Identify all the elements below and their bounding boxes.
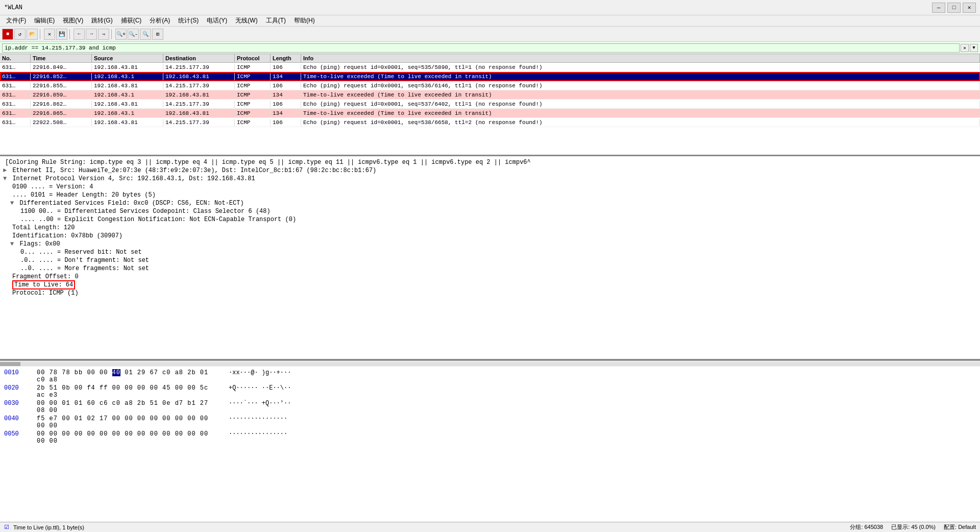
stop-button[interactable]: ■: [2, 29, 13, 40]
cell-src: 192.168.43.1: [92, 73, 163, 80]
detail-line[interactable]: ▼ Internet Protocol Version 4, Src: 192.…: [2, 175, 978, 183]
detail-line[interactable]: 0... .... = Reserved bit: Not set: [2, 248, 978, 256]
maximize-button[interactable]: □: [947, 3, 961, 13]
sep1: [40, 29, 42, 39]
cell-src: 192.168.43.81: [92, 64, 163, 71]
hex-ascii: ················: [229, 415, 976, 429]
detail-line[interactable]: .0.. .... = Don't fragment: Not set: [2, 256, 978, 264]
detail-text: Ethernet II, Src: HuaweiTe_2e:07:3e (48:…: [12, 167, 376, 174]
menu-analyze[interactable]: 分析(A): [145, 15, 174, 26]
detail-line[interactable]: Time to Live: 64: [2, 281, 978, 289]
packet-row[interactable]: 631… 22916.852… 192.168.43.1 192.168.43.…: [0, 72, 980, 81]
detail-line[interactable]: ▼ Differentiated Services Field: 0xc0 (D…: [2, 199, 978, 207]
menu-phone[interactable]: 电话(Y): [203, 15, 231, 26]
cell-time: 22916.862…: [31, 101, 92, 108]
menu-tools[interactable]: 工具(T): [262, 15, 290, 26]
detail-text: .... 0101 = Header Length: 20 bytes (5): [12, 191, 156, 199]
detail-text: .0.. .... = Don't fragment: Not set: [20, 257, 149, 264]
fwd-button[interactable]: →: [86, 29, 97, 40]
cell-no: 631…: [0, 82, 31, 89]
detail-hscroll[interactable]: [0, 360, 980, 367]
packet-detail: [Coloring Rule String: icmp.type eq 3 ||…: [0, 156, 980, 360]
detail-line[interactable]: Protocol: ICMP (1): [2, 289, 978, 297]
cell-len: 134: [271, 91, 301, 99]
back-button[interactable]: ←: [74, 29, 85, 40]
cell-info: Echo (ping) request id=0x0001, seq=535/5…: [301, 64, 980, 71]
hex-rows-container: 0010 00 78 78 bb 00 00 40 01 29 67 c0 a8…: [2, 369, 978, 445]
title-text: *WLAN: [4, 4, 22, 11]
save-button[interactable]: 💾: [56, 29, 67, 40]
zoom-out-button[interactable]: 🔍-: [128, 29, 139, 40]
menu-edit[interactable]: 编辑(E): [30, 15, 59, 26]
menu-capture[interactable]: 捕获(C): [117, 15, 146, 26]
cell-time: 22916.855…: [31, 82, 92, 89]
detail-line[interactable]: ..0. .... = More fragments: Not set: [2, 264, 978, 273]
restart-button[interactable]: ↺: [14, 29, 26, 40]
cell-info: Echo (ping) request id=0x0001, seq=537/6…: [301, 101, 980, 108]
packet-row[interactable]: 631… 22916.859… 192.168.43.1 192.168.43.…: [0, 90, 980, 100]
hex-row: 0030 00 00 01 01 60 c6 c0 a8 2b 51 0e d7…: [2, 399, 978, 415]
col-header-time: Time: [31, 54, 92, 62]
close-file-button[interactable]: ✕: [44, 29, 55, 40]
packet-row[interactable]: 631… 22922.508… 192.168.43.81 14.215.177…: [0, 118, 980, 127]
hex-ascii: ····`··· +Q···'··: [229, 400, 976, 414]
packet-rows-container: 631… 22916.849… 192.168.43.81 14.215.177…: [0, 63, 980, 127]
minimize-button[interactable]: —: [932, 3, 945, 13]
cell-proto: ICMP: [235, 101, 271, 108]
menu-help[interactable]: 帮助(H): [290, 15, 319, 26]
menu-wireless[interactable]: 无线(W): [231, 15, 261, 26]
sep2: [69, 29, 71, 39]
detail-line[interactable]: .... 0101 = Header Length: 20 bytes (5): [2, 191, 978, 199]
detail-line[interactable]: Fragment Offset: 0: [2, 273, 978, 281]
packet-row[interactable]: 631… 22916.862… 192.168.43.81 14.215.177…: [0, 100, 980, 109]
filter-clear-button[interactable]: ✕: [961, 44, 969, 52]
close-button[interactable]: ✕: [963, 3, 976, 13]
cell-time: 22922.508…: [31, 119, 92, 126]
zoom-100-button[interactable]: 🔍: [140, 29, 151, 40]
hex-bytes: 00 00 00 00 00 00 00 00 00 00 00 00 00 0…: [37, 430, 220, 445]
cell-proto: ICMP: [235, 82, 271, 89]
status-config: 配置: Default: [944, 523, 976, 531]
detail-text: Internet Protocol Version 4, Src: 192.16…: [12, 175, 255, 182]
cell-dst: 192.168.43.81: [163, 91, 235, 99]
detail-line[interactable]: ► Ethernet II, Src: HuaweiTe_2e:07:3e (4…: [2, 166, 978, 175]
detail-text: Protocol: ICMP (1): [12, 289, 79, 297]
packet-row[interactable]: 631… 22916.849… 192.168.43.81 14.215.177…: [0, 63, 980, 72]
status-bar: ☑ Time to Live (ip.ttl), 1 byte(s) 分组: 6…: [0, 522, 980, 532]
detail-line[interactable]: 1100 00.. = Differentiated Services Code…: [2, 207, 978, 215]
menu-file[interactable]: 文件(F): [2, 15, 30, 26]
sep3: [111, 29, 113, 39]
cell-no: 631…: [0, 119, 31, 126]
detail-line[interactable]: 0100 .... = Version: 4: [2, 183, 978, 191]
detail-text: Differentiated Services Field: 0xc0 (DSC…: [19, 200, 243, 207]
filter-input[interactable]: [2, 43, 960, 53]
menu-stats[interactable]: 统计(S): [174, 15, 203, 26]
detail-line[interactable]: [Coloring Rule String: icmp.type eq 3 ||…: [2, 158, 978, 166]
col-header-proto: Protocol: [235, 54, 271, 62]
goto-button[interactable]: ⇒: [98, 29, 109, 40]
detail-line[interactable]: Total Length: 120: [2, 224, 978, 232]
filter-bar: ✕ ▼: [0, 42, 980, 54]
packet-row[interactable]: 631… 22916.855… 192.168.43.81 14.215.177…: [0, 81, 980, 90]
title-buttons: — □ ✕: [932, 3, 976, 13]
filter-arrow-button[interactable]: ▼: [970, 44, 978, 52]
hex-ascii: ·xx···@· )g··+···: [229, 369, 976, 383]
resize-cols-button[interactable]: ⊞: [152, 29, 163, 40]
packet-row[interactable]: 631… 22916.865… 192.168.43.1 192.168.43.…: [0, 109, 980, 118]
detail-expand: ▼: [3, 175, 10, 182]
cell-proto: ICMP: [235, 73, 271, 80]
detail-text: ..0. .... = More fragments: Not set: [20, 265, 149, 272]
detail-line[interactable]: ▼ Flags: 0x00: [2, 240, 978, 248]
open-button[interactable]: 📂: [27, 29, 38, 40]
cell-proto: ICMP: [235, 119, 271, 126]
cell-info: Time-to-live exceeded (Time to live exce…: [301, 110, 980, 117]
detail-line[interactable]: .... ..00 = Explicit Congestion Notifica…: [2, 215, 978, 224]
menu-view[interactable]: 视图(V): [59, 15, 87, 26]
cell-dst: 14.215.177.39: [163, 64, 235, 71]
menu-jump[interactable]: 跳转(G): [87, 15, 116, 26]
detail-line[interactable]: Identification: 0x78bb (30907): [2, 232, 978, 240]
detail-text: [Coloring Rule String: icmp.type eq 3 ||…: [5, 159, 531, 166]
cell-info: Time-to-live exceeded (Time to live exce…: [301, 91, 980, 99]
menu-bar: 文件(F) 编辑(E) 视图(V) 跳转(G) 捕获(C) 分析(A) 统计(S…: [0, 15, 980, 27]
zoom-in-button[interactable]: 🔍+: [115, 29, 127, 40]
